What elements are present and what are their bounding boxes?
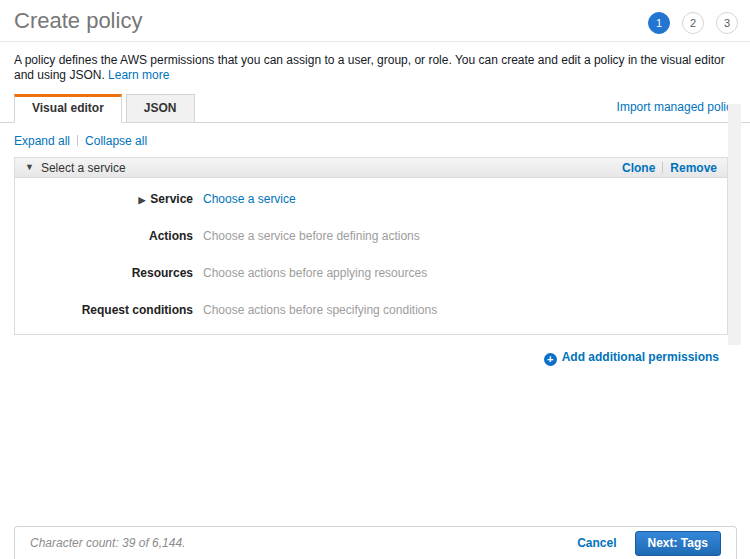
page-title: Create policy: [14, 8, 142, 34]
step-1-indicator[interactable]: 1: [648, 12, 670, 34]
step-3-indicator[interactable]: 3: [716, 12, 738, 34]
clone-button[interactable]: Clone: [622, 161, 655, 175]
service-permission-panel: ▼ Select a service CloneRemove ▶Service …: [14, 157, 728, 335]
panel-header-toggle[interactable]: ▼ Select a service: [25, 161, 126, 175]
panel-header-label: Select a service: [41, 161, 126, 175]
panel-actions-divider: [662, 162, 663, 173]
step-2-indicator[interactable]: 2: [682, 12, 704, 34]
collapse-caret-icon: ▼: [25, 163, 34, 172]
intro-text: A policy defines the AWS permissions tha…: [0, 42, 750, 83]
vertical-scrollbar[interactable]: [728, 104, 741, 345]
expand-all-link[interactable]: Expand all: [14, 134, 70, 148]
resources-row: Resources Choose actions before applying…: [15, 255, 727, 292]
learn-more-link[interactable]: Learn more: [108, 68, 169, 82]
expand-collapse-toolbar: Expand allCollapse all: [0, 123, 750, 157]
resources-row-label: Resources: [15, 266, 193, 280]
choose-service-link[interactable]: Choose a service: [203, 192, 296, 206]
import-managed-policy-link[interactable]: Import managed policy: [617, 100, 738, 114]
add-additional-permissions-link[interactable]: +Add additional permissions: [0, 350, 719, 366]
footer-bar: Character count: 39 of 6,144. Cancel Nex…: [14, 526, 737, 559]
tab-bar: Visual editor JSON Import managed policy: [0, 94, 750, 123]
remove-button[interactable]: Remove: [670, 161, 717, 175]
character-count: Character count: 39 of 6,144.: [30, 536, 185, 550]
service-row-label[interactable]: ▶Service: [15, 192, 193, 206]
request-conditions-row: Request conditions Choose actions before…: [15, 292, 727, 329]
footer-actions: Cancel Next: Tags: [577, 531, 721, 556]
actions-row-label: Actions: [15, 229, 193, 243]
panel-actions: CloneRemove: [622, 161, 717, 175]
add-icon: +: [544, 353, 557, 366]
actions-row: Actions Choose a service before defining…: [15, 218, 727, 255]
wizard-steps: 1 2 3: [648, 8, 738, 34]
toolbar-divider: [77, 135, 78, 146]
resources-row-hint: Choose actions before applying resources: [203, 266, 427, 280]
expand-caret-icon: ▶: [138, 195, 145, 205]
tab-json[interactable]: JSON: [126, 94, 195, 123]
request-conditions-row-label: Request conditions: [15, 303, 193, 317]
page-header: Create policy 1 2 3: [0, 0, 750, 34]
collapse-all-link[interactable]: Collapse all: [85, 134, 147, 148]
service-row: ▶Service Choose a service: [15, 181, 727, 218]
panel-header: ▼ Select a service CloneRemove: [15, 158, 727, 178]
actions-row-hint: Choose a service before defining actions: [203, 229, 420, 243]
request-conditions-row-hint: Choose actions before specifying conditi…: [203, 303, 437, 317]
cancel-button[interactable]: Cancel: [577, 536, 616, 550]
next-tags-button[interactable]: Next: Tags: [635, 531, 721, 556]
tab-visual-editor[interactable]: Visual editor: [14, 94, 122, 123]
panel-body: ▶Service Choose a service Actions Choose…: [15, 178, 727, 334]
